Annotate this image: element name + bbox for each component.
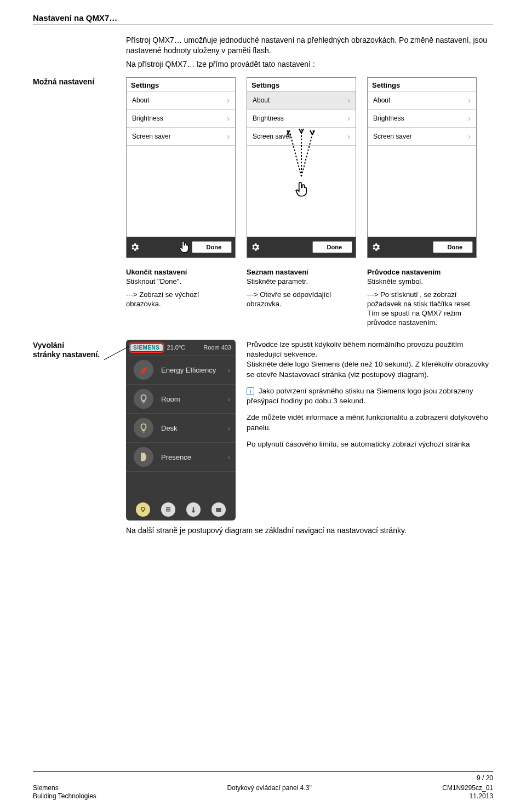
settings-item-about[interactable]: About (247, 91, 356, 110)
sec2-p1a: Průvodce lze spustit kdykoliv během norm… (247, 340, 463, 358)
caption-1-sub: Stisknout "Done". (126, 277, 236, 287)
caption-1-title: Ukončit nastavení (126, 268, 236, 277)
menu-item-room[interactable]: Room (126, 384, 236, 413)
settings-title: Settings (247, 78, 356, 92)
captions-row-1: Ukončit nastavení Stisknout "Done". Sezn… (126, 268, 493, 287)
hand-pointer-icon (292, 180, 311, 198)
footer-bulb-icon[interactable] (136, 502, 150, 517)
footer-right-2: 11.2013 (442, 792, 493, 801)
done-button[interactable]: Done (312, 241, 353, 253)
svg-point-5 (217, 509, 218, 510)
page-footer: 9 / 20 Siemens Building Technologies Dot… (33, 771, 493, 801)
sec2-p4: Zde můžete vidět informace a měnit funkc… (247, 413, 493, 432)
menu-label: Energy Efficiency (161, 366, 216, 374)
gear-icon[interactable] (250, 242, 260, 252)
menu-label: Room (161, 395, 180, 403)
settings-item-screensaver[interactable]: Screen saver (127, 127, 235, 146)
screenshot-3: Settings About Brightness Screen saver D… (367, 77, 477, 258)
svg-rect-3 (166, 511, 170, 512)
svg-point-0 (141, 507, 145, 511)
footer-center: Dotykový ovládací panel 4.3" (227, 784, 311, 793)
intro-block: Přístroj QMX7… umožňuje jednoduché nasta… (126, 35, 493, 70)
settings-item-brightness[interactable]: Brightness (247, 109, 356, 128)
section-2-text: Průvodce lze spustit kdykoliv během norm… (247, 340, 493, 521)
footer-blinds-icon[interactable] (161, 502, 175, 517)
side-label-vyvolani: Vyvolání stránky nastavení. (33, 340, 126, 521)
caption-3-title: Průvodce nastavením (367, 268, 477, 277)
closing-paragraph: Na další straně je postupový diagram se … (126, 526, 493, 535)
settings-title: Settings (368, 78, 476, 92)
header-room: Room 403 (203, 344, 231, 351)
settings-item-about[interactable]: About (368, 91, 476, 110)
info-icon: i (247, 387, 254, 395)
side-label-line2: stránky nastavení. (33, 350, 100, 359)
gesture-lines-icon (279, 128, 323, 178)
header-temperature: 21.0°C (167, 344, 186, 351)
device-footer (126, 499, 236, 521)
done-button[interactable]: Done (433, 241, 473, 253)
bulb-icon (134, 418, 153, 438)
hand-pointer-icon (176, 239, 192, 254)
page-number: 9 / 20 (33, 774, 493, 783)
siemens-logo[interactable]: SIEMENS (130, 344, 163, 351)
menu-item-desk[interactable]: Desk (126, 413, 236, 442)
footer-thermo-icon[interactable] (186, 502, 201, 517)
bulb-icon (134, 389, 153, 409)
menu-item-energy[interactable]: Energy Efficiency (126, 355, 236, 384)
captions-row-2: ---> Zobrazí se výchozí obrazovka. ---> … (126, 290, 493, 328)
done-button[interactable]: Done (192, 241, 232, 253)
caption-2-sub: Stiskněte parametr. (247, 277, 356, 287)
svg-point-6 (219, 509, 220, 510)
menu-item-presence[interactable]: Presence (126, 442, 236, 472)
screenshot-1: Settings About Brightness Screen saver D… (126, 77, 236, 258)
svg-rect-4 (216, 508, 221, 512)
screenshots-row: Settings About Brightness Screen saver D… (126, 77, 477, 258)
settings-item-about[interactable]: About (127, 91, 235, 110)
settings-item-brightness[interactable]: Brightness (368, 109, 476, 128)
caption-3-sub: Stiskněte symbol. (367, 277, 477, 287)
caption-2-desc: ---> Otevře se odpovídající obrazovka. (247, 290, 356, 328)
footer-left-2: Building Technologies (33, 792, 96, 801)
side-label-mozna: Možná nastavení (33, 77, 126, 87)
leaf-icon (134, 360, 153, 380)
gear-icon[interactable] (130, 242, 140, 252)
screenshot-2: Settings About Brightness Screen saver D… (247, 77, 356, 258)
footer-scene-icon[interactable] (211, 502, 226, 517)
caption-2-title: Seznam nastavení (247, 268, 356, 277)
intro-p1: Přístroj QMX7… umožňuje jednoduché nasta… (126, 35, 493, 56)
rule-top (33, 25, 493, 25)
settings-title: Settings (127, 78, 235, 92)
side-label-line1: Vyvolání (33, 341, 64, 350)
page-title: Nastavení na QMX7… (33, 13, 493, 22)
menu-label: Presence (161, 453, 191, 461)
svg-rect-1 (166, 507, 170, 508)
sec2-p5: Po uplynutí časového limitu, se automati… (247, 439, 493, 449)
footer-right-1: CM1N9295cz_01 (442, 784, 493, 793)
sec2-p1b: Stiskněte déle logo Siemens (déle než 10… (247, 360, 489, 378)
footer-left-1: Siemens (33, 784, 96, 793)
door-icon (134, 447, 153, 467)
sec2-p3: Jako potvrzení správného stisku na Sieme… (247, 387, 473, 405)
svg-rect-2 (166, 509, 170, 510)
caption-1-desc: ---> Zobrazí se výchozí obrazovka. (126, 290, 236, 328)
settings-item-brightness[interactable]: Brightness (127, 109, 235, 128)
menu-label: Desk (161, 424, 178, 432)
caption-3-desc: ---> Po sťisknutí , se zobrazí požadavek… (367, 290, 477, 328)
settings-item-screensaver[interactable]: Screen saver (368, 127, 476, 146)
intro-p2: Na přístroji QMX7… lze přímo provádět ta… (126, 59, 493, 70)
device-screenshot: SIEMENS 21.0°C Room 403 Energy Efficienc… (126, 340, 236, 521)
gear-icon[interactable] (371, 242, 381, 252)
